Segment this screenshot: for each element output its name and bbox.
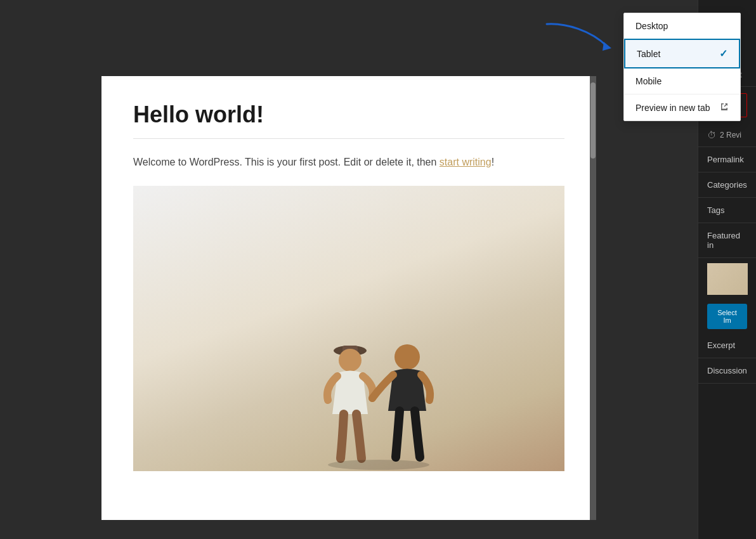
post-title: Hello world! xyxy=(133,101,564,128)
permalink-section[interactable]: Permalink xyxy=(698,147,756,172)
preview-dropdown: Desktop Tablet ✓ Mobile Preview in new t… xyxy=(623,13,741,121)
checkmark-icon: ✓ xyxy=(719,48,727,60)
preview-new-tab-label: Preview in new tab xyxy=(635,103,710,113)
select-image-button[interactable]: Select Im xyxy=(707,304,747,329)
discussion-section[interactable]: Discussion xyxy=(698,358,756,384)
canvas-scrollbar[interactable] xyxy=(590,76,596,520)
permalink-label: Permalink xyxy=(707,155,744,164)
clock-icon: ⏱ xyxy=(707,130,716,140)
revisions-section: ⏱ 2 Revi xyxy=(698,124,756,147)
couple-illustration xyxy=(299,294,464,471)
editor-area: Hello world! Welcome to WordPress. This … xyxy=(0,0,698,539)
scrollbar-thumb[interactable] xyxy=(590,82,596,159)
post-divider xyxy=(133,138,564,139)
select-image-label: Select Im xyxy=(717,309,737,324)
featured-image-section[interactable]: Featured in xyxy=(698,223,756,258)
svg-point-3 xyxy=(339,349,362,372)
mobile-option[interactable]: Mobile xyxy=(624,68,740,94)
preview-new-tab-button[interactable]: Preview in new tab xyxy=(624,94,740,120)
desktop-label: Desktop xyxy=(635,21,668,31)
featured-image-label: Featured in xyxy=(707,231,740,250)
excerpt-label: Excerpt xyxy=(707,341,735,350)
desktop-option[interactable]: Desktop xyxy=(624,13,740,39)
post-content-text: Welcome to WordPress. This is your first… xyxy=(133,157,440,167)
tags-label: Tags xyxy=(707,205,724,215)
tablet-option[interactable]: Tablet ✓ xyxy=(624,39,740,68)
tags-section[interactable]: Tags xyxy=(698,198,756,223)
post-content: Welcome to WordPress. This is your first… xyxy=(133,154,564,171)
tablet-label: Tablet xyxy=(637,49,660,59)
categories-label: Categories xyxy=(707,180,747,190)
featured-image-thumbnail xyxy=(707,263,748,295)
revisions-label: 2 Revi xyxy=(720,131,741,140)
external-link-icon xyxy=(720,102,729,113)
svg-point-5 xyxy=(328,460,429,470)
post-featured-image xyxy=(133,186,564,471)
categories-section[interactable]: Categories xyxy=(698,172,756,198)
post-canvas: Hello world! Welcome to WordPress. This … xyxy=(101,76,596,520)
start-writing-link[interactable]: start writing xyxy=(440,157,492,167)
svg-marker-0 xyxy=(603,42,611,51)
annotation-arrow xyxy=(540,18,616,58)
svg-point-4 xyxy=(394,344,420,370)
excerpt-section[interactable]: Excerpt xyxy=(698,333,756,358)
post-content-end: ! xyxy=(492,157,494,167)
mobile-label: Mobile xyxy=(635,76,662,86)
discussion-label: Discussion xyxy=(707,366,747,375)
